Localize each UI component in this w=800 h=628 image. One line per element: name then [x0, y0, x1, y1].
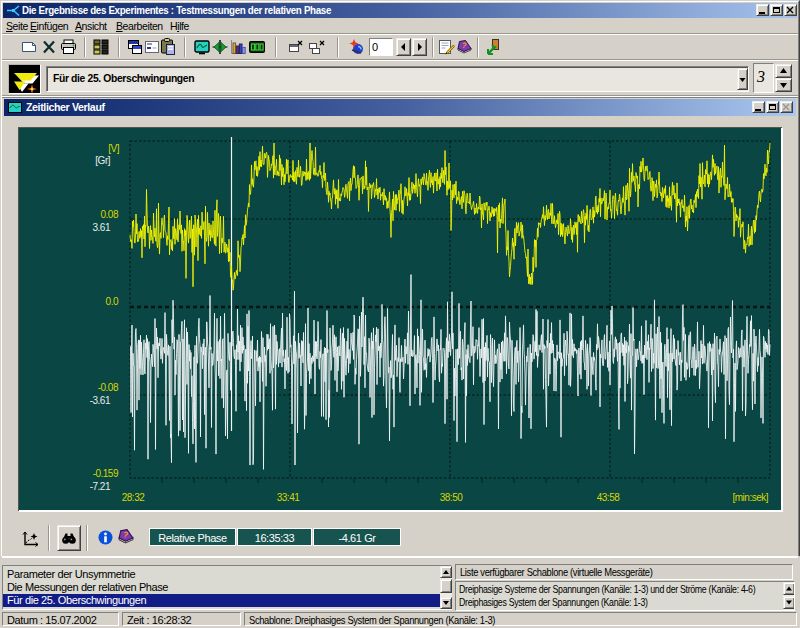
svg-text:-0.159: -0.159: [93, 468, 119, 479]
svg-text:28:32: 28:32: [122, 492, 145, 503]
svg-text:3.61: 3.61: [93, 222, 111, 233]
svg-text:-3.61: -3.61: [90, 395, 111, 406]
svg-text:43:58: 43:58: [597, 492, 620, 503]
svg-text:-7.21: -7.21: [90, 481, 111, 492]
svg-text:[min:sek]: [min:sek]: [732, 492, 768, 503]
svg-text:[V]: [V]: [108, 143, 119, 154]
svg-text:0.08: 0.08: [101, 209, 119, 220]
svg-text:-0.08: -0.08: [98, 382, 119, 393]
svg-text:0.0: 0.0: [106, 296, 119, 307]
svg-text:[Gr]: [Gr]: [95, 155, 110, 166]
svg-text:33:41: 33:41: [277, 492, 300, 503]
svg-text:38:50: 38:50: [440, 492, 463, 503]
